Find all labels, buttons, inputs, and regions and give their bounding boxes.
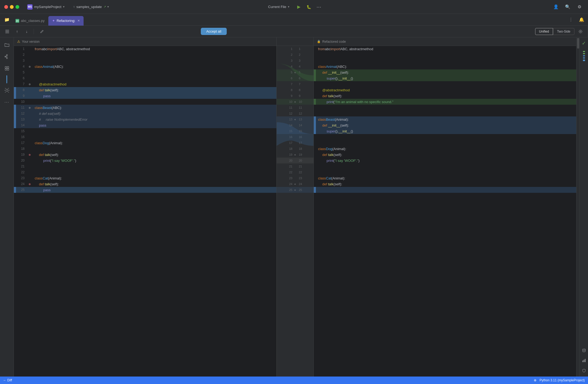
project-badge[interactable]: MS mySampleProject ▾ xyxy=(25,3,67,11)
search-button[interactable]: 🔍 xyxy=(563,3,572,11)
table-row: 14 pass xyxy=(14,122,276,128)
current-file-button[interactable]: Current File ▾ xyxy=(265,3,293,10)
line-number: 9 xyxy=(16,93,27,99)
two-side-view-button[interactable]: Two-Side xyxy=(553,28,574,35)
accept-all-icon[interactable]: ✓ xyxy=(580,40,588,47)
center-line: 24 « 24 xyxy=(277,181,313,187)
line-gutter xyxy=(314,69,316,75)
gutter-action-icon[interactable]: ⊕ xyxy=(27,152,33,158)
diff-toggle[interactable]: ← Diff xyxy=(3,378,12,382)
branch-icon: ⑂ xyxy=(73,5,75,9)
right-diff-lines: from abc import ABC, abstractmethod xyxy=(314,46,576,377)
table-row: 3 xyxy=(14,58,276,64)
tabbar-more-icon[interactable]: ⋮ xyxy=(567,15,575,24)
sidebar-icon-folder[interactable] xyxy=(2,40,12,50)
line-gutter xyxy=(314,87,316,93)
line-content xyxy=(316,111,576,116)
edit-button[interactable] xyxy=(38,28,46,35)
scrollbar-thumb[interactable] xyxy=(577,38,579,49)
line-gutter xyxy=(14,87,16,93)
line-number: 20 xyxy=(16,158,27,163)
maximize-button[interactable] xyxy=(15,5,19,9)
center-line: 11 11 xyxy=(277,105,313,111)
folder-icon[interactable]: 📁 xyxy=(2,16,12,23)
gutter-action-icon[interactable]: ⊕ xyxy=(27,64,33,69)
tab-abc-classes[interactable]: py abc_classes.py xyxy=(12,16,48,26)
center-line: 19 « 19 xyxy=(277,152,313,158)
unified-view-button[interactable]: Unified xyxy=(535,28,553,35)
sidebar-icon-extensions[interactable] xyxy=(2,63,12,74)
toolbar-divider xyxy=(34,29,34,34)
left-sidebar-toggle xyxy=(3,28,11,36)
table-row: 17 class Dog(Animal): xyxy=(14,140,276,146)
tab-refactoring[interactable]: ✦ Refactoring: ✕ xyxy=(48,16,84,26)
line-content: class Cat(Animal): xyxy=(316,175,576,181)
branch-badge[interactable]: ⑂ samples_update ↗ ▾ xyxy=(70,4,112,10)
run-button[interactable]: ▶ xyxy=(295,3,303,11)
line-gutter xyxy=(314,134,316,140)
line-action-icon xyxy=(27,134,33,140)
line-gutter xyxy=(14,99,16,105)
line-gutter xyxy=(14,169,16,175)
gutter-action-icon[interactable]: ⊕ xyxy=(27,105,33,111)
line-gutter xyxy=(314,105,316,111)
line-content: from abc import ABC, abstractmethod xyxy=(33,46,276,52)
line-content: def talk(self): xyxy=(33,152,276,158)
line-action-icon xyxy=(27,93,33,99)
titlebar-right: 👤 🔍 ⚙ xyxy=(552,3,584,11)
line-action-icon xyxy=(27,158,33,163)
close-button[interactable] xyxy=(4,5,8,9)
table-row: 11 ⊕ class Beast(ABC): xyxy=(14,105,276,111)
database-icon[interactable] xyxy=(580,347,588,354)
line-number: 3 xyxy=(16,58,27,64)
line-action-icon xyxy=(27,46,33,52)
line-gutter xyxy=(314,64,316,69)
status-python-version[interactable]: Python 3.11 (mySampleProject) xyxy=(540,378,585,382)
accept-all-button[interactable]: Accept all xyxy=(201,28,226,35)
line-number: 19 xyxy=(16,152,27,158)
line-content xyxy=(316,134,576,140)
shield-icon[interactable] xyxy=(580,367,588,374)
chart-icon[interactable] xyxy=(580,357,588,364)
notification-icon[interactable]: 🔔 xyxy=(577,15,586,24)
sidebar-icon-git[interactable] xyxy=(2,51,12,62)
svg-rect-0 xyxy=(5,30,9,30)
debug-button[interactable]: 🐛 xyxy=(305,3,313,11)
svg-rect-10 xyxy=(7,69,9,70)
line-action-icon xyxy=(27,140,33,146)
center-line: 23 23 xyxy=(277,175,313,181)
settings-button[interactable]: ⚙ xyxy=(575,3,584,11)
table-row xyxy=(314,52,576,58)
gutter-action-icon[interactable]: ⊕ xyxy=(27,181,33,187)
more-actions-button[interactable]: ⋯ xyxy=(315,3,323,11)
svg-point-3 xyxy=(580,31,581,32)
line-action-icon xyxy=(27,128,33,134)
diff-settings-icon[interactable] xyxy=(577,28,585,36)
line-gutter xyxy=(14,163,16,169)
line-gutter xyxy=(314,75,316,81)
center-line: 18 18 xyxy=(277,146,313,152)
svg-rect-9 xyxy=(5,69,7,70)
right-panel-title: Refactored code xyxy=(322,40,346,44)
line-content xyxy=(33,75,276,81)
minimap-bar-green xyxy=(583,51,585,52)
tab-close-icon[interactable]: ✕ xyxy=(77,19,80,22)
line-content xyxy=(316,52,576,58)
diff-toolbar: ↑ ↓ Accept all Unified Two-Side xyxy=(0,26,588,37)
line-number: 5 xyxy=(16,69,27,75)
line-number: 25 xyxy=(16,187,27,193)
next-diff-button[interactable]: ↓ xyxy=(23,28,30,35)
table-row: super().__init__() xyxy=(314,75,576,81)
add-profile-button[interactable]: 👤 xyxy=(552,3,560,11)
minimize-button[interactable] xyxy=(10,5,14,9)
gutter-action-icon[interactable]: ⊕ xyxy=(27,81,33,87)
sidebar-icon-more[interactable]: ··· xyxy=(2,97,12,107)
project-icon: MS xyxy=(27,4,33,10)
line-content: super().__init__() xyxy=(316,128,576,134)
sidebar-toggle-icon[interactable] xyxy=(3,28,11,36)
scrollbar-track[interactable] xyxy=(576,37,579,377)
sidebar-icon-debug[interactable] xyxy=(2,85,12,96)
prev-diff-button[interactable]: ↑ xyxy=(13,28,21,35)
line-content xyxy=(33,99,276,105)
status-encoding[interactable]: ⊕ xyxy=(534,378,536,382)
